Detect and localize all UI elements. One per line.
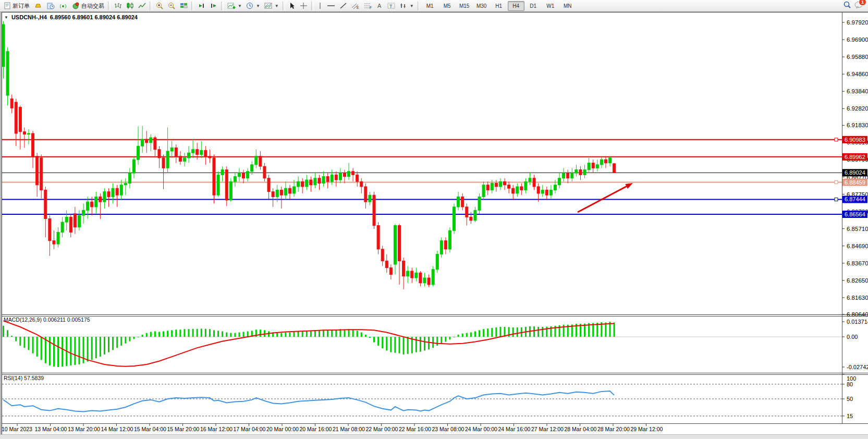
svg-text:0.013714: 0.013714: [847, 319, 868, 325]
crosshair-button[interactable]: [298, 1, 310, 11]
timeframe-button-m5[interactable]: M5: [439, 1, 456, 11]
svg-text:-0.027426: -0.027426: [847, 364, 868, 370]
timeframe-button-mn[interactable]: MN: [559, 1, 576, 11]
svg-text:6.97920: 6.97920: [847, 19, 868, 26]
periods-button[interactable]: ▼: [244, 1, 262, 11]
history-icon: [46, 2, 55, 9]
timeframe-button-m30[interactable]: M30: [473, 1, 490, 11]
vertical-line-button[interactable]: [315, 1, 325, 11]
chart-shift-icon: [210, 2, 217, 9]
svg-text:6.94860: 6.94860: [847, 71, 868, 77]
fibonacci-icon: F: [364, 2, 372, 9]
toolbar-separator: [191, 2, 194, 10]
svg-text:23 Mar 08:00: 23 Mar 08:00: [432, 426, 464, 432]
trendline-icon: [339, 2, 347, 9]
auto-trading-icon: [71, 2, 80, 9]
svg-text:T: T: [389, 4, 393, 9]
gold-bar-icon: [34, 2, 42, 9]
svg-text:17 Mar 04:00: 17 Mar 04:00: [234, 426, 266, 432]
gold-button[interactable]: [32, 1, 44, 11]
svg-text:6.91830: 6.91830: [847, 122, 868, 128]
search-icon[interactable]: [843, 1, 851, 11]
timeframe-button-m1[interactable]: M1: [422, 1, 438, 11]
new-order-button[interactable]: 新订单: [2, 1, 32, 11]
zoom-in-button[interactable]: [154, 1, 166, 11]
timeframe-button-h4[interactable]: H4: [508, 1, 524, 11]
crosshair-icon: [300, 2, 308, 9]
svg-text:13 Mar 20:00: 13 Mar 20:00: [68, 426, 100, 432]
tile-windows-button[interactable]: [178, 1, 190, 11]
auto-trading-label: 自动交易: [81, 2, 104, 10]
rsi-name: RSI(14): [4, 375, 22, 381]
timeframe-button-w1[interactable]: W1: [542, 1, 559, 11]
bar-chart-icon: [114, 2, 122, 9]
toolbar-separator: [311, 2, 314, 10]
vertical-line-icon: [317, 2, 323, 9]
svg-text:22 Mar 00:00: 22 Mar 00:00: [366, 426, 398, 432]
arrows-button[interactable]: ▼: [398, 1, 416, 11]
macd-values: 0.006211 0.005175: [43, 316, 90, 323]
macd-name: MACD(12,26,9): [4, 316, 42, 323]
svg-text:6.84690: 6.84690: [847, 243, 868, 249]
svg-text:6.86564: 6.86564: [845, 211, 865, 217]
channel-icon: E: [351, 2, 360, 9]
svg-text:6.81630: 6.81630: [847, 295, 868, 301]
mt4-window: 新订单 自动交易 ▼ ▼ ▼: [0, 0, 868, 439]
svg-text:21 Mar 08:00: 21 Mar 08:00: [333, 426, 365, 432]
text-button[interactable]: A: [374, 1, 385, 11]
chevron-down-icon: ▼: [410, 4, 414, 8]
svg-text:6.92820: 6.92820: [847, 105, 868, 112]
timeframe-button-m15[interactable]: M15: [456, 1, 473, 11]
templates-button[interactable]: ▼: [262, 1, 281, 11]
trendline-button[interactable]: [337, 1, 349, 11]
zoom-out-button[interactable]: [166, 1, 178, 11]
svg-text:6.80640: 6.80640: [847, 311, 868, 318]
svg-text:6.87444: 6.87444: [845, 196, 865, 202]
text-label-icon: T: [387, 2, 396, 9]
text-label-button[interactable]: T: [385, 1, 398, 11]
chart-dropdown-icon[interactable]: ▼: [4, 15, 8, 20]
svg-text:6.96900: 6.96900: [847, 36, 868, 43]
bar-chart-button[interactable]: [112, 1, 124, 11]
svg-text:24 Mar 00:00: 24 Mar 00:00: [465, 426, 497, 432]
indicators-button[interactable]: ▼: [225, 1, 244, 11]
cursor-button[interactable]: [287, 1, 298, 11]
signals-button[interactable]: [57, 1, 69, 11]
toolbar-separator: [418, 2, 420, 10]
equidistant-channel-button[interactable]: E: [349, 1, 362, 11]
horizontal-line-button[interactable]: [325, 1, 337, 11]
svg-text:15 Mar 04:00: 15 Mar 04:00: [134, 426, 166, 432]
chart-shift-button[interactable]: [207, 1, 219, 11]
svg-text:F: F: [370, 6, 372, 9]
auto-trading-button[interactable]: 自动交易: [69, 1, 106, 11]
svg-text:10 Mar 2023: 10 Mar 2023: [2, 426, 32, 432]
svg-text:16 Mar 12:00: 16 Mar 12:00: [200, 426, 233, 432]
svg-text:6.83670: 6.83670: [847, 260, 868, 266]
svg-text:6.82650: 6.82650: [847, 277, 868, 284]
history-center-button[interactable]: [44, 1, 57, 11]
chart-symbol-period: USDCNH-,H4: [11, 14, 47, 20]
svg-text:24 Mar 16:00: 24 Mar 16:00: [498, 426, 531, 432]
zoom-in-icon: [156, 2, 164, 10]
svg-text:28 Mar 04:00: 28 Mar 04:00: [565, 426, 597, 432]
auto-scroll-button[interactable]: [195, 1, 207, 11]
toolbar-separator: [150, 2, 152, 10]
timeframe-button-d1[interactable]: D1: [525, 1, 542, 11]
notifications-button[interactable]: 1: [854, 1, 863, 11]
toolbar-separator: [283, 2, 285, 10]
svg-text:6.95880: 6.95880: [847, 54, 868, 60]
svg-text:14 Mar 12:00: 14 Mar 12:00: [101, 426, 133, 432]
svg-text:6.90983: 6.90983: [845, 137, 865, 143]
svg-text:6.89962: 6.89962: [845, 154, 865, 160]
rsi-indicator-label: RSI(14) 57.5839: [4, 375, 44, 381]
svg-text:20 Mar 16:00: 20 Mar 16:00: [300, 426, 332, 432]
rsi-value: 57.5839: [24, 375, 44, 381]
signal-icon: [59, 2, 67, 9]
notification-badge: 1: [859, 0, 866, 6]
fibonacci-button[interactable]: F: [362, 1, 374, 11]
svg-text:6.93840: 6.93840: [847, 88, 868, 94]
line-chart-button[interactable]: [136, 1, 148, 11]
candlestick-chart-button[interactable]: [124, 1, 136, 11]
timeframe-button-h1[interactable]: H1: [491, 1, 507, 11]
auto-scroll-icon: [198, 2, 205, 9]
